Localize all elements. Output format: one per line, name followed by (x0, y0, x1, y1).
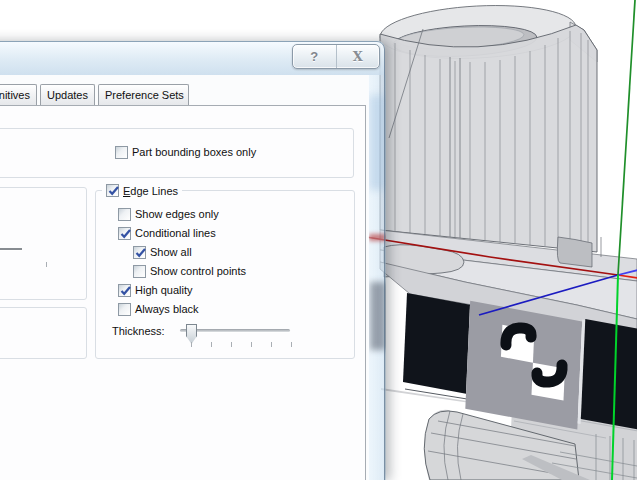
help-button[interactable]: ? (293, 45, 336, 68)
slider-tick (291, 342, 292, 347)
caption-button-group: ? X (292, 44, 380, 69)
help-icon: ? (310, 49, 318, 64)
bfc-group-box (0, 307, 87, 359)
checkbox-box (118, 227, 131, 240)
glass-reflection (369, 234, 386, 241)
slider-tick (46, 262, 47, 267)
glass-reflection (369, 95, 386, 190)
thickness-label: Thickness: (112, 325, 165, 337)
slider-tick (251, 342, 252, 347)
checkbox-box (118, 208, 131, 221)
slider-tick (191, 342, 192, 347)
tab-primitives-partial[interactable]: nitives (0, 84, 37, 105)
checkbox-label: Show control points (150, 265, 246, 277)
checkbox-label: Part bounding boxes only (132, 146, 256, 158)
checkbox-box (133, 265, 146, 278)
checkbox-box (133, 246, 146, 259)
checkbox-part-bounding-boxes-only[interactable]: Part bounding boxes only (115, 145, 256, 159)
wireframe-thickness-slider[interactable] (0, 248, 22, 251)
checkbox-high-quality[interactable]: High quality (118, 283, 192, 297)
glass-reflection (370, 282, 386, 350)
checkbox-box (106, 184, 119, 197)
checkbox-label: Conditional lines (135, 227, 216, 239)
checkbox-edge-lines[interactable]: Edge Lines (102, 183, 182, 198)
checkbox-label: Always black (135, 303, 199, 315)
close-button[interactable]: X (336, 45, 380, 68)
checkbox-label: Edge Lines (123, 185, 178, 197)
checkbox-label: Show edges only (135, 208, 219, 220)
tab-updates[interactable]: Updates (40, 84, 95, 105)
checkbox-box (118, 284, 131, 297)
checkbox-conditional-lines[interactable]: Conditional lines (118, 226, 216, 240)
tab-preference-sets[interactable]: Preference Sets (98, 84, 189, 105)
checkbox-show-control-points[interactable]: Show control points (133, 264, 246, 278)
slider-tick (271, 342, 272, 347)
checkbox-label: Show all (150, 246, 192, 258)
checkbox-box (118, 303, 131, 316)
slider-tick (211, 342, 212, 347)
preferences-dialog: ? X nitives Updates Preference Sets Part… (0, 0, 637, 480)
checkbox-always-black[interactable]: Always black (118, 302, 199, 316)
checkbox-show-all[interactable]: Show all (133, 245, 192, 259)
checkbox-label: High quality (135, 284, 192, 296)
app-window: ? X nitives Updates Preference Sets Part… (0, 0, 637, 480)
checkbox-box (115, 146, 128, 159)
dialog-glass-border (368, 75, 386, 480)
close-icon: X (353, 49, 363, 64)
checkbox-show-edges-only[interactable]: Show edges only (118, 207, 219, 221)
wireframe-group-box (0, 187, 87, 300)
slider-tick (231, 342, 232, 347)
